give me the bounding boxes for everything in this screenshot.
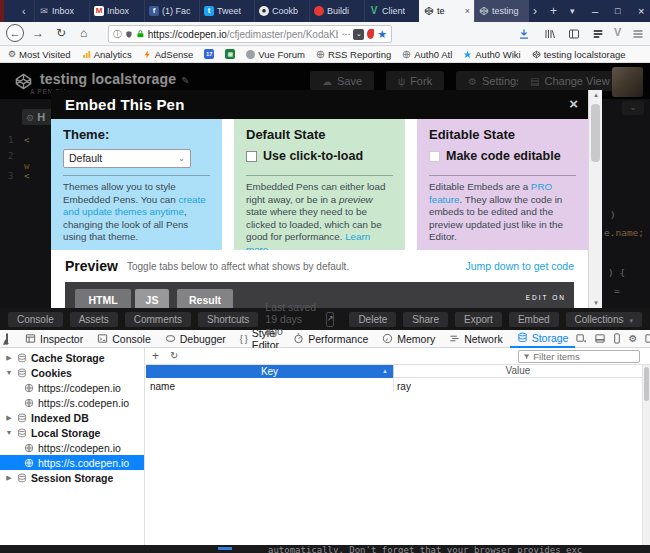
back-button[interactable]: ←: [6, 24, 24, 42]
responsive-mode-icon[interactable]: [613, 333, 621, 344]
make-editable-row[interactable]: Make code editable: [429, 149, 576, 163]
browser-tab-client[interactable]: V Client: [364, 0, 419, 22]
browser-tab-building[interactable]: Buildi: [309, 0, 364, 22]
bookmark-auth0-wiki[interactable]: Auth0 Wiki: [463, 49, 520, 60]
comments-button[interactable]: Comments: [125, 312, 191, 327]
pick-element-icon[interactable]: [6, 333, 8, 345]
scroll-thumb[interactable]: [591, 104, 600, 162]
refresh-icon[interactable]: ↻: [170, 350, 178, 361]
tree-item-indexed-db[interactable]: ▶Indexed DB: [0, 410, 144, 425]
tree-item-cookies-codepen[interactable]: https://codepen.io: [0, 380, 144, 395]
iframe-picker-icon[interactable]: [575, 333, 587, 344]
window-maximize-button[interactable]: □: [615, 0, 620, 22]
table-cell-key[interactable]: name: [150, 381, 175, 392]
browser-tab-inbox2[interactable]: M Inbox: [89, 0, 144, 22]
menu-hamburger-icon[interactable]: [632, 28, 644, 40]
column-header-value[interactable]: Value: [393, 365, 642, 378]
reload-button[interactable]: ↻: [56, 22, 66, 45]
pocket-icon[interactable]: ⌄: [353, 29, 364, 40]
browser-tab-twitter[interactable]: t Tweet: [199, 0, 254, 22]
click-to-load-row[interactable]: Use click-to-load: [246, 149, 393, 163]
tree-item-local-s-codepen-selected[interactable]: https://s.codepen.io: [0, 455, 144, 470]
twisty-collapsed-icon[interactable]: ▶: [5, 354, 13, 362]
devtools-tab-console[interactable]: Console: [90, 330, 158, 348]
url-bar[interactable]: ⓘ https://codepen.io/cfjedimaster/pen/Ko…: [108, 25, 392, 43]
new-tab-button[interactable]: +: [550, 0, 557, 22]
bookmark-auth0-atl[interactable]: Auth0 Atl: [402, 49, 452, 60]
devtools-tab-debugger[interactable]: Debugger: [158, 330, 233, 348]
tree-item-local-storage[interactable]: ▼Local Storage: [0, 425, 144, 440]
preview-tab-result[interactable]: Result: [177, 289, 233, 308]
tree-item-cookies-s-codepen[interactable]: https://s.codepen.io: [0, 395, 144, 410]
external-link-icon[interactable]: ↗: [326, 312, 335, 327]
tab-scroll-right-icon[interactable]: ›: [533, 0, 537, 22]
browser-tab-cookbook[interactable]: ● Cookb: [254, 0, 309, 22]
scroll-up-icon[interactable]: ▴: [589, 91, 603, 99]
tab-list-dropdown-icon[interactable]: ▾: [570, 0, 575, 22]
assets-button[interactable]: Assets: [70, 312, 118, 327]
add-item-icon[interactable]: +: [152, 349, 159, 363]
embed-button[interactable]: Embed: [509, 312, 559, 327]
checkbox[interactable]: [429, 151, 440, 162]
devtools-tab-inspector[interactable]: Inspector: [18, 330, 90, 348]
page-info-icon[interactable]: ⓘ: [113, 28, 122, 41]
close-tab-icon[interactable]: ×: [465, 6, 470, 16]
dock-bottom-icon[interactable]: [594, 333, 606, 344]
tab-scroll-left-icon[interactable]: ‹: [22, 0, 26, 22]
bookmark-rss-reporting[interactable]: RSS Reporting: [316, 49, 391, 60]
tree-item-cache-storage[interactable]: ▶Cache Storage: [0, 350, 144, 365]
window-close-button[interactable]: ×: [638, 0, 644, 22]
bookmark-adsense[interactable]: AdSense: [143, 49, 194, 60]
theme-select[interactable]: Default⌄: [63, 149, 191, 168]
filter-items-input[interactable]: [518, 350, 640, 363]
sidebar-toggle-icon[interactable]: [568, 28, 580, 40]
tree-item-session-storage[interactable]: ▶Session Storage: [0, 470, 144, 485]
devtools-tab-network[interactable]: Network: [442, 330, 510, 348]
vue-devtools-icon[interactable]: V: [614, 26, 621, 38]
browser-tab-inbox1[interactable]: ✉ Inbox: [34, 0, 89, 22]
dock-side-icon[interactable]: [644, 333, 650, 344]
bookmark-testing-localstorage[interactable]: testing localstorage: [532, 49, 626, 60]
home-button[interactable]: ⌂: [80, 22, 87, 45]
table-cell-value[interactable]: ray: [397, 381, 411, 392]
scroll-down-icon[interactable]: ▾: [589, 299, 603, 307]
browser-tab-facebook[interactable]: f (1) Fac: [144, 0, 199, 22]
bookmark-calendar[interactable]: 17: [204, 49, 214, 59]
bookmark-star-icon[interactable]: ★: [377, 29, 387, 40]
shortcuts-button[interactable]: Shortcuts: [198, 312, 258, 327]
shield-icon[interactable]: [125, 30, 133, 39]
console-button[interactable]: Console: [8, 312, 63, 327]
twisty-expanded-icon[interactable]: ▼: [5, 369, 13, 376]
jump-to-code-link[interactable]: Jump down to get code: [465, 260, 574, 272]
edit-on-codepen[interactable]: EDIT ONC⊙DEPEN: [504, 286, 566, 308]
close-icon[interactable]: ×: [569, 95, 578, 112]
export-button[interactable]: Export: [455, 312, 502, 327]
table-scrollbar[interactable]: [642, 365, 650, 545]
collections-button[interactable]: Collections▾: [566, 312, 642, 327]
modal-scrollbar[interactable]: ▴ ▾: [588, 90, 602, 308]
page-actions-icon[interactable]: ⋯: [341, 29, 350, 39]
preview-tab-html[interactable]: HTML: [75, 289, 131, 308]
bookmark-sheet[interactable]: ▦: [225, 49, 235, 59]
bookmark-vue-forum[interactable]: Vue Forum: [246, 49, 305, 60]
preview-tab-js[interactable]: JS: [135, 289, 169, 308]
devtools-tab-storage[interactable]: Storage: [510, 330, 576, 348]
window-minimize-button[interactable]: –: [592, 0, 598, 22]
twisty-expanded-icon[interactable]: ▼: [5, 429, 13, 436]
devtools-settings-icon[interactable]: ⚙: [628, 331, 637, 347]
delete-button[interactable]: Delete: [349, 312, 396, 327]
devtools-tab-memory[interactable]: Memory: [375, 330, 442, 348]
scroll-thumb[interactable]: [644, 367, 649, 401]
twisty-collapsed-icon[interactable]: ▶: [5, 474, 13, 482]
browser-tab-testing-codepen[interactable]: testing: [474, 0, 529, 22]
filter-input[interactable]: [533, 351, 635, 362]
checkbox[interactable]: [246, 151, 257, 162]
addon-icon[interactable]: [367, 29, 374, 39]
twisty-collapsed-icon[interactable]: ▶: [5, 414, 13, 422]
share-button[interactable]: Share: [403, 312, 448, 327]
download-icon[interactable]: [518, 28, 530, 40]
bookmark-analytics[interactable]: Analytics: [82, 49, 132, 60]
forward-button[interactable]: →: [32, 22, 44, 45]
library-icon[interactable]: [544, 28, 556, 40]
browser-tab-active-codepen[interactable]: te ×: [419, 0, 474, 22]
